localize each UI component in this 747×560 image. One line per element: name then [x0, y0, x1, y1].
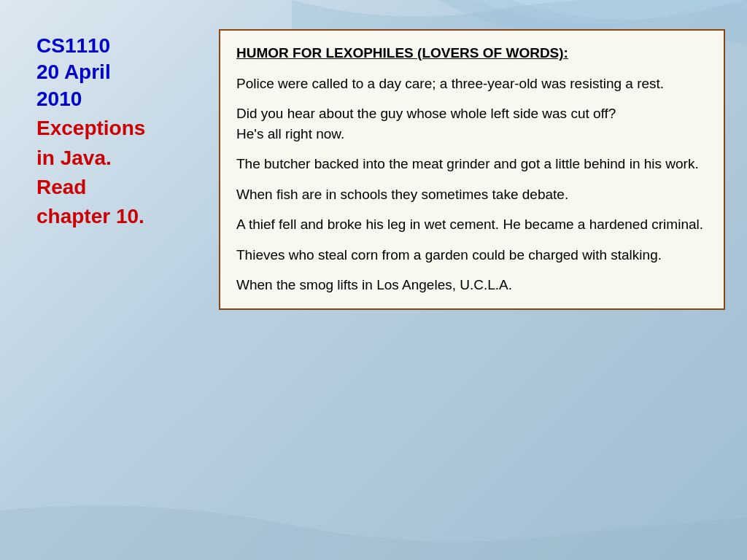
joke-3: The butcher backed into the meat grinder… [236, 154, 708, 174]
right-panel: HUMOR FOR LEXOPHILES (LOVERS OF WORDS): … [219, 29, 725, 310]
left-panel: CS1110 20 April 2010 Exceptions in Java.… [36, 29, 197, 230]
joke-6: Thieves who steal corn from a garden cou… [236, 245, 708, 265]
joke-4: When fish are in schools they sometimes … [236, 184, 708, 205]
course-topic-line6: Read [36, 174, 197, 201]
joke-5: A thief fell and broke his leg in wet ce… [236, 214, 708, 235]
humor-title: HUMOR FOR LEXOPHILES (LOVERS OF WORDS): [236, 44, 708, 63]
course-topic-line7: chapter 10. [36, 203, 197, 230]
course-title-line1: CS1110 [36, 33, 197, 59]
slide-container: CS1110 20 April 2010 Exceptions in Java.… [0, 0, 747, 560]
joke-2: Did you hear about the guy whose whole l… [236, 104, 708, 144]
course-date-line3: 2010 [36, 86, 197, 112]
course-date-line2: 20 April [36, 59, 197, 85]
course-topic-line5: in Java. [36, 145, 197, 171]
joke-7: When the smog lifts in Los Angeles, U.C.… [236, 275, 708, 295]
course-topic-line4: Exceptions [36, 115, 197, 141]
course-info: CS1110 20 April 2010 Exceptions in Java.… [36, 33, 197, 230]
joke-1: Police were called to a day care; a thre… [236, 74, 708, 94]
